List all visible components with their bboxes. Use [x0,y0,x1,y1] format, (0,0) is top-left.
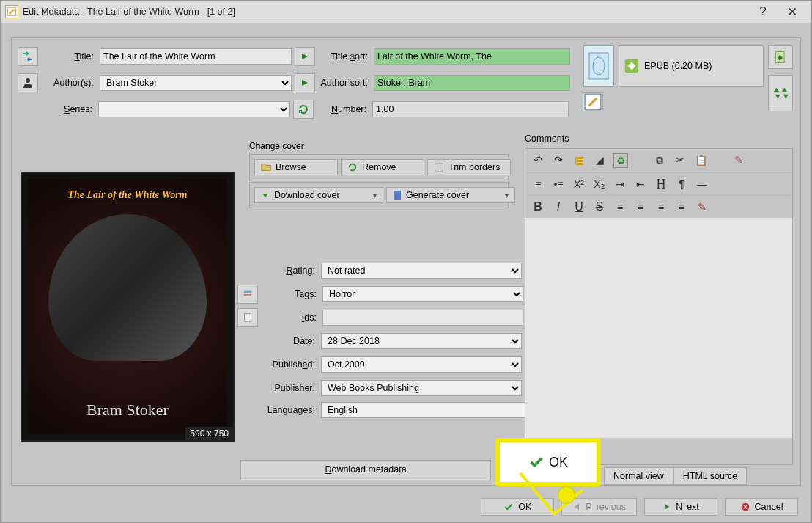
ids-field[interactable] [322,310,523,326]
select-all-icon[interactable]: ▤ [572,153,586,167]
cover-preview[interactable]: The Lair of the White Worm Bram Stoker 5… [21,172,235,442]
series-field[interactable] [98,101,290,117]
close-button[interactable]: ✕ [778,4,807,20]
recycle-format-button[interactable] [768,75,793,111]
bold-icon[interactable]: B [531,200,545,213]
undo-icon[interactable]: ↶ [531,153,545,167]
outdent-icon[interactable]: ⇤ [634,178,647,191]
ids-paste-icon[interactable] [237,308,258,327]
title-sort-button[interactable] [295,47,315,66]
recycle-icon [347,162,358,172]
published-field[interactable]: Oct 2009 [321,356,522,373]
date-field[interactable]: 28 Dec 2018 [321,333,522,349]
next-button[interactable]: Next [644,498,717,516]
cover-dimensions: 590 x 750 [185,427,233,440]
redo-icon[interactable]: ↷ [552,153,565,167]
cover-thumbnail-button[interactable] [583,45,614,87]
italic-icon[interactable]: I [552,200,565,213]
editor-toolbar-1: ↶ ↷ ▤ ◢ ♻ ⧉ ✂ 📋 ✎ [525,149,792,173]
change-cover-label: Change cover [249,141,509,151]
label-title: Title: [41,51,94,62]
svg-rect-11 [245,314,251,322]
hr-icon[interactable]: — [695,178,709,191]
footer: OK Previous Next Cancel [1,491,811,522]
copy-icon[interactable]: ⧉ [653,153,666,167]
series-recycle-button[interactable] [293,100,314,119]
down-arrow-icon [261,191,270,200]
align-center-icon[interactable]: ≡ [634,200,647,213]
browse-button[interactable]: Browse [254,159,338,175]
window: Edit Metadata - The Lair of the White Wo… [0,0,812,523]
cover-title: The Lair of the White Worm [22,189,233,201]
tags-field[interactable]: Horror [322,286,523,302]
svg-rect-2 [589,53,608,79]
add-format-button[interactable] [768,45,793,69]
author-sort-field[interactable] [374,75,570,91]
label-publisher: Publisher: [259,383,315,393]
svg-rect-9 [244,291,252,293]
paste-icon[interactable]: 📋 [694,153,707,167]
edit-metadata-icon[interactable] [583,92,603,111]
recycle-icon[interactable]: ♻ [613,153,628,168]
link-icon[interactable]: ✎ [732,153,745,167]
publisher-field[interactable]: Web Books Publishing [321,380,522,396]
label-authors: Author(s): [41,78,94,88]
tab-html-source[interactable]: HTML source [673,467,748,485]
label-tags: Tags: [261,289,317,299]
erase-icon[interactable]: ◢ [593,153,606,167]
cover-author: Bram Stoker [22,401,233,420]
label-title-sort: Title sort: [318,51,368,62]
ul-icon[interactable]: •≡ [552,178,565,191]
languages-field[interactable]: English [321,402,544,418]
heading-icon[interactable]: H [654,178,668,191]
download-metadata-button[interactable]: Download metadata [240,460,491,480]
indent-icon[interactable]: ⇥ [613,178,627,191]
generate-cover-button[interactable]: Generate cover▾ [386,187,515,203]
svg-rect-7 [435,164,443,172]
label-number: Number: [317,104,366,114]
cut-icon[interactable]: ✂ [673,153,687,167]
app-icon [5,5,18,18]
window-title: Edit Metadata - The Lair of the White Wo… [23,7,748,17]
paragraph-icon[interactable]: ¶ [675,178,688,191]
right-arrow-icon [662,502,671,511]
formats-list[interactable]: EPUB (0.20 MB) [619,45,764,87]
trim-borders-button[interactable]: Trim borders [427,159,511,175]
strike-icon[interactable]: S [593,200,606,213]
download-cover-button[interactable]: Download cover▾ [254,187,383,203]
trim-icon [434,162,444,172]
align-right-icon[interactable]: ≡ [654,200,668,213]
annotation-dot [558,486,575,504]
authors-field[interactable]: Bram Stoker [100,75,292,91]
align-justify-icon[interactable]: ≡ [675,200,688,213]
editor-toolbar-2: ≡ •≡ X² X₂ ⇥ ⇤ H ¶ — [525,173,792,196]
underline-icon[interactable]: U [572,200,586,213]
swap-title-icon[interactable] [18,47,38,66]
rating-field[interactable]: Not rated [321,263,522,279]
cancel-button[interactable]: Cancel [725,498,798,516]
number-field[interactable] [372,101,569,117]
author-icon[interactable] [18,73,38,92]
tab-normal-view[interactable]: Normal view [604,467,673,485]
title-field[interactable] [100,48,292,65]
tags-editor-icon[interactable] [237,285,258,304]
title-bar: Edit Metadata - The Lair of the White Wo… [1,1,811,23]
comments-textarea[interactable] [525,218,792,438]
subscript-icon[interactable]: X₂ [593,178,606,191]
color-icon[interactable]: ✎ [695,200,709,213]
help-button[interactable]: ? [748,4,778,19]
title-sort-field[interactable] [374,48,570,65]
format-item: EPUB (0.20 MB) [644,61,712,71]
label-languages: Languages: [259,405,315,415]
book-icon [393,190,402,200]
label-published: Published: [259,359,315,370]
align-left-icon[interactable]: ≡ [613,200,627,213]
label-ids: Ids: [261,312,317,323]
superscript-icon[interactable]: X² [572,178,586,191]
remove-button[interactable]: Remove [341,159,424,175]
cancel-icon [740,502,750,512]
ol-icon[interactable]: ≡ [531,178,545,191]
comments-editor: ↶ ↷ ▤ ◢ ♻ ⧉ ✂ 📋 ✎ ≡ •≡ X² X₂ ⇥ ⇤ H ¶ — B… [525,148,793,465]
author-sort-button[interactable] [295,73,315,92]
client-area: Title: Title sort: Author(s): Bram Stoke… [11,37,801,486]
